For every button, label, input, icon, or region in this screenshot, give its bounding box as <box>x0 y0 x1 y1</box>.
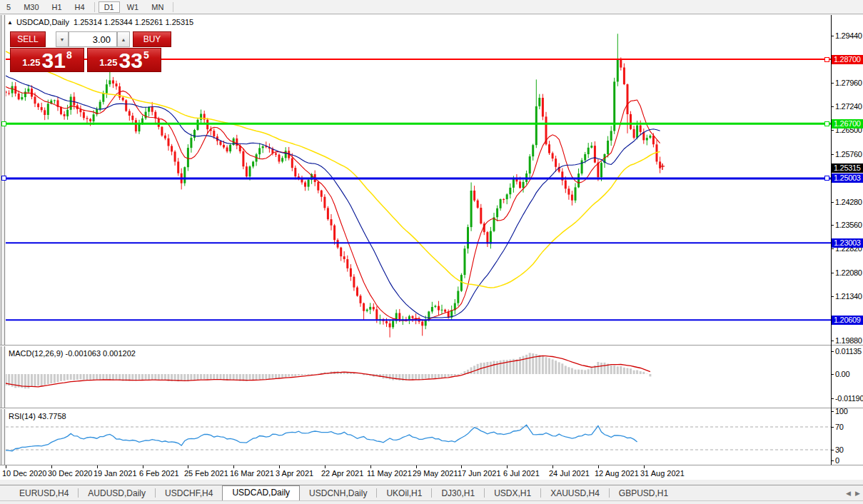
toolbar-item-d1[interactable]: D1 <box>99 1 120 13</box>
moving-average-8 <box>6 86 660 321</box>
candle-body <box>532 145 534 156</box>
toolbar-item-m30[interactable]: M30 <box>18 1 44 13</box>
candle-body <box>41 107 43 110</box>
candle-body <box>73 97 75 106</box>
tab-ukoil-h1[interactable]: UKOil,H1 <box>377 487 431 500</box>
candle-body <box>448 312 450 318</box>
price-badge-1.25315: 1.25315 <box>832 163 863 173</box>
candle-body <box>473 191 475 201</box>
candle-body <box>434 306 436 307</box>
date-label: 6 Jul 2021 <box>503 469 540 478</box>
candle-body <box>6 91 7 93</box>
date-tick-mark <box>325 465 325 468</box>
candle-body <box>135 120 137 131</box>
candle-body <box>83 112 85 118</box>
tab-audusd-daily[interactable]: AUDUSD,Daily <box>79 487 155 500</box>
right-arrow-icon: ▶ <box>855 490 860 497</box>
buy-price-box[interactable]: 1.25 33 5 <box>87 48 161 72</box>
price-tick-label: 1.25760 <box>835 150 862 158</box>
candle-body <box>503 199 505 200</box>
macd-tick-label: 0.00 <box>835 370 849 378</box>
candle-body <box>500 199 502 208</box>
buy-button[interactable]: BUY <box>133 31 171 47</box>
candle-body <box>337 240 339 248</box>
candle-body <box>131 116 133 120</box>
tabs-scroll-left[interactable]: ◀ <box>846 490 851 497</box>
candle-body <box>161 127 163 136</box>
date-tick-mark <box>143 465 143 468</box>
collapse-triangle-icon[interactable]: ▲ <box>7 19 13 26</box>
candle-body <box>27 89 29 91</box>
volume-input[interactable] <box>69 31 117 47</box>
toolbar-item-w1[interactable]: W1 <box>121 1 145 13</box>
price-badge-1.28700: 1.28700 <box>832 55 863 64</box>
toolbar-item-h4[interactable]: H4 <box>69 1 91 13</box>
sell-button[interactable]: SELL <box>10 31 46 47</box>
toolbar-item-mn[interactable]: MN <box>146 1 169 13</box>
date-label: 11 May 2021 <box>367 469 412 478</box>
macd-tick-dash <box>831 398 834 399</box>
chart-symbol-label: USDCAD,Daily <box>16 18 69 26</box>
tab-usdx-h1[interactable]: USDX,H1 <box>485 487 540 500</box>
candle-body <box>375 309 378 319</box>
candle-body <box>278 155 281 162</box>
candle-body <box>246 166 248 176</box>
candle-body <box>177 161 179 173</box>
sell-price-box[interactable]: 1.25 31 8 <box>10 48 84 72</box>
line-handle-left-1.267[interactable] <box>1 121 6 126</box>
date-label: 30 Dec 2020 <box>48 469 92 478</box>
candle-body <box>285 151 287 158</box>
volume-increase-button[interactable]: ▲ <box>117 31 130 47</box>
date-tick-mark <box>416 465 417 468</box>
line-handle-right-1.287[interactable] <box>824 57 829 62</box>
tab-gbpusd-h1[interactable]: GBPUSD,H1 <box>610 487 677 500</box>
candle-body <box>8 93 10 94</box>
tabs-scroll-right[interactable]: ▶ <box>855 490 860 497</box>
line-handle-right-1.267[interactable] <box>824 121 829 126</box>
terminal-window: 5M30H1H4D1W1MN ▲USDCAD,Daily 1.25314 1.2… <box>0 0 863 504</box>
candle-body <box>24 91 26 97</box>
candle-body <box>392 321 394 328</box>
line-handle-right-1.25003[interactable] <box>824 176 829 181</box>
price-badge-1.23003: 1.23003 <box>832 238 863 248</box>
chevron-up-icon: ▲ <box>121 37 126 42</box>
candle-body <box>294 168 296 176</box>
candle-body <box>106 84 108 93</box>
toolbar-item-5[interactable]: 5 <box>1 1 16 13</box>
price-tick-label: 1.29440 <box>835 31 862 40</box>
candle-body <box>258 148 261 154</box>
tab-usdchf-h4[interactable]: USDCHF,H4 <box>156 487 222 500</box>
candle-body <box>281 158 283 161</box>
rsi-tick-label: 30 <box>835 445 844 454</box>
tab-dj30-h1[interactable]: DJ30,H1 <box>432 487 484 500</box>
date-label: 19 Jan 2021 <box>94 469 137 478</box>
tab-xauusd-h4[interactable]: XAUUSD,H4 <box>541 487 609 500</box>
macd-tick-dash <box>831 351 834 352</box>
candle-body <box>538 98 540 106</box>
price-tick-label: 1.22080 <box>835 268 862 277</box>
macd-tick-dash <box>831 374 834 375</box>
candle-body <box>542 98 544 116</box>
tab-usdcnh-daily[interactable]: USDCNH,Daily <box>300 487 376 500</box>
macd-indicator-label: MACD(12,26,9) -0.001063 0.001202 <box>9 349 136 358</box>
toolbar-item-h1[interactable]: H1 <box>46 1 68 13</box>
sell-price-pips: 31 <box>42 52 66 69</box>
tab-eurusd-h4[interactable]: EURUSD,H4 <box>10 487 78 500</box>
candle-body <box>242 151 244 166</box>
chart-tab-bar: EURUSD,H4AUDUSD,DailyUSDCHF,H4USDCAD,Dai… <box>0 486 863 500</box>
candle-body <box>646 138 648 140</box>
volume-decrease-button[interactable]: ▼ <box>56 31 69 47</box>
candle-body <box>174 151 176 161</box>
date-label: 12 Aug 2021 <box>595 469 639 478</box>
candle-body <box>587 148 590 154</box>
candle-body <box>412 316 414 318</box>
line-handle-left-1.25003[interactable] <box>1 176 6 181</box>
candle-body <box>636 126 638 138</box>
candle-body <box>350 268 352 277</box>
candle-body <box>18 94 20 99</box>
candle-body <box>54 100 56 101</box>
candle-body <box>171 146 173 152</box>
rsi-tick-dash <box>831 460 834 461</box>
tab-usdcad-daily[interactable]: USDCAD,Daily <box>222 485 300 500</box>
price-tick-label: 1.27240 <box>835 102 862 111</box>
